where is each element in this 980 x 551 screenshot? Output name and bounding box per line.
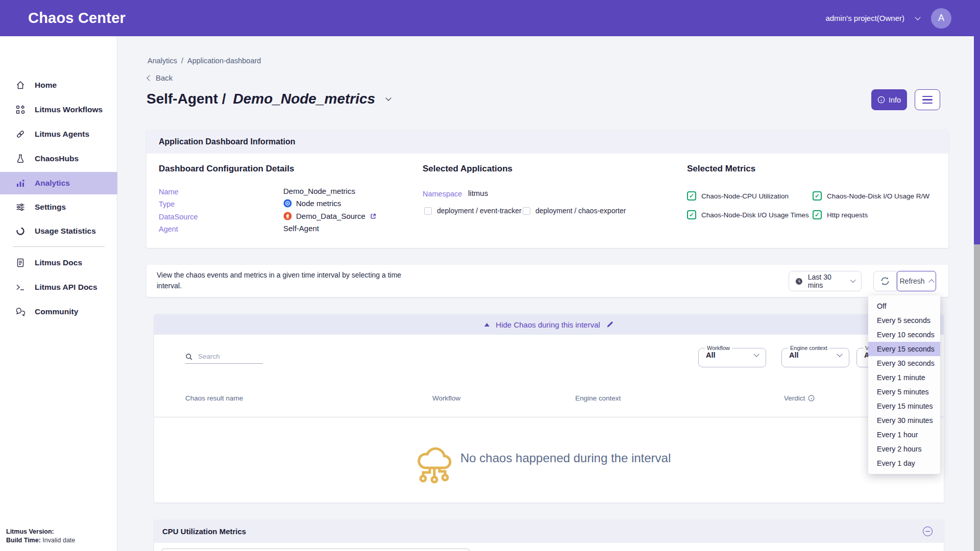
external-link-icon[interactable]	[370, 213, 377, 220]
hide-chaos-toggle[interactable]: Hide Chaos during this interval	[154, 314, 944, 335]
sidebar-item-home[interactable]: Home	[0, 74, 117, 96]
back-button[interactable]: Back	[148, 73, 173, 82]
sidebar-divider	[13, 246, 105, 247]
chevron-down-icon	[837, 351, 842, 357]
sidebar-item-community[interactable]: Community	[0, 300, 117, 323]
metric-checkbox-label: Chaos-Node-Disk I/O Usage Times	[701, 211, 809, 219]
refresh-interval-menu: Off Every 5 seconds Every 10 seconds Eve…	[868, 295, 940, 474]
refresh-option[interactable]: Every 1 hour	[868, 428, 940, 442]
search-field	[185, 352, 263, 364]
breadcrumb-separator: /	[181, 57, 183, 65]
sidebar-item-label: Analytics	[35, 179, 70, 188]
workflow-filter[interactable]: Workflow All	[698, 345, 766, 367]
sidebar-item-label: Home	[35, 81, 57, 90]
sidebar-item-analytics[interactable]: Analytics	[0, 172, 117, 194]
bar-chart-icon	[15, 178, 26, 188]
checkbox-checked[interactable]	[813, 191, 822, 201]
metric-checkbox-row: Http requests	[813, 210, 868, 219]
version-label: Litmus Version:	[6, 528, 54, 535]
title-dashboard-name: Demo_Node_metrics	[233, 91, 376, 107]
app-checkbox-label: deployment / chaos-exporter	[535, 207, 626, 215]
sidebar: Home Litmus Workflows Litmus Agents Chao…	[0, 36, 117, 551]
column-header-chaos-result: Chaos result name	[185, 394, 243, 402]
avatar[interactable]: A	[931, 8, 951, 29]
info-icon	[877, 96, 885, 104]
scrollbar-thumb[interactable]	[974, 36, 980, 244]
sidebar-item-litmus-docs[interactable]: Litmus Docs	[0, 252, 117, 274]
checkbox-unchecked[interactable]	[523, 207, 530, 215]
breadcrumb-current: Application-dashboard	[187, 57, 261, 65]
sidebar-item-litmus-agents[interactable]: Litmus Agents	[0, 123, 117, 145]
refresh-option[interactable]: Off	[868, 299, 940, 313]
workflows-icon	[15, 105, 26, 115]
type-value: Node metrics	[296, 199, 341, 208]
refresh-option[interactable]: Every 15 minutes	[868, 399, 940, 413]
sidebar-item-label: Community	[35, 307, 78, 316]
back-label: Back	[156, 73, 173, 82]
metric-checkbox-row: Chaos-Node-CPU Utilization	[687, 191, 789, 201]
refresh-option[interactable]: Every 30 seconds	[868, 356, 940, 370]
workflow-filter-value: All	[706, 351, 716, 359]
interval-description: View the chaos events and metrics in a g…	[157, 270, 401, 291]
sidebar-item-label: ChaosHubs	[35, 154, 79, 163]
sidebar-item-litmus-api-docs[interactable]: Litmus API Docs	[0, 276, 117, 298]
prometheus-icon	[283, 212, 292, 220]
build-value: Invalid date	[42, 537, 75, 544]
version-info: Litmus Version: Build Time: Invalid date	[6, 528, 75, 545]
refresh-now-button[interactable]	[873, 271, 897, 291]
namespace-value: litmus	[468, 189, 488, 197]
interval-description-line1: View the chaos events and metrics in a g…	[157, 270, 401, 281]
app-checkbox-label: deployment / event-tracker	[437, 207, 522, 215]
refresh-option[interactable]: Every 1 minute	[868, 370, 940, 385]
chaos-table-card: Hide Chaos during this interval Workflow…	[154, 314, 944, 503]
chaos-center-app: Chaos Center admin's project(Owner) A Ho…	[0, 0, 980, 551]
breadcrumb: Analytics / Application-dashboard	[148, 57, 261, 65]
chevron-down-icon[interactable]	[915, 14, 920, 20]
sidebar-item-usage-statistics[interactable]: Usage Statistics	[0, 220, 117, 242]
search-input[interactable]	[197, 352, 259, 361]
refresh-option[interactable]: Every 5 minutes	[868, 385, 940, 399]
checkbox-checked[interactable]	[813, 210, 822, 219]
project-selector[interactable]: admin's project(Owner)	[825, 14, 904, 22]
edit-icon[interactable]	[606, 321, 614, 328]
refresh-option[interactable]: Every 5 seconds	[868, 313, 940, 328]
engine-context-filter[interactable]: Engine context All	[781, 345, 849, 367]
checkbox-unchecked[interactable]	[424, 207, 432, 215]
scrollbar-track[interactable]	[974, 36, 980, 551]
info-icon[interactable]	[808, 395, 815, 402]
breadcrumb-analytics[interactable]: Analytics	[148, 57, 177, 65]
refresh-interval-button[interactable]: Refresh	[897, 271, 936, 291]
title-agent: Self-Agent /	[146, 91, 226, 107]
sidebar-item-settings[interactable]: Settings	[0, 196, 117, 218]
dashboard-info-card: Application Dashboard Information Dashbo…	[146, 130, 948, 248]
namespace-label: Namespace	[423, 190, 462, 198]
dashboard-menu-button[interactable]	[915, 89, 940, 110]
agent-label: Agent	[159, 225, 178, 233]
app-title: Chaos Center	[28, 10, 126, 27]
home-icon	[15, 80, 26, 90]
refresh-option[interactable]: Every 1 day	[868, 456, 940, 470]
sidebar-item-chaoshubs[interactable]: ChaosHubs	[0, 147, 117, 170]
checkbox-checked[interactable]	[687, 210, 696, 219]
column-header-workflow: Workflow	[432, 394, 460, 402]
refresh-option[interactable]: Every 2 hours	[868, 442, 940, 456]
link-icon	[15, 129, 26, 139]
info-button-label: Info	[889, 96, 901, 104]
datasource-value: Demo_Data_Source	[296, 212, 365, 220]
cpu-metrics-card: CPU Utilization Metrics	[154, 520, 944, 551]
collapse-icon[interactable]	[923, 527, 933, 536]
info-button[interactable]: Info	[871, 89, 907, 110]
refresh-option[interactable]: Every 10 seconds	[868, 328, 940, 342]
verdict-header-label: Verdict	[784, 394, 805, 402]
title-dropdown-icon[interactable]	[385, 95, 391, 101]
info-card-title: Application Dashboard Information	[159, 137, 296, 146]
refresh-option-selected[interactable]: Every 15 seconds	[868, 342, 940, 356]
checkbox-checked[interactable]	[687, 191, 696, 201]
sidebar-item-litmus-workflows[interactable]: Litmus Workflows	[0, 98, 117, 121]
triangle-up-icon	[484, 323, 489, 327]
document-icon	[15, 258, 26, 268]
build-label: Build Time:	[6, 537, 41, 544]
refresh-option[interactable]: Every 30 minutes	[868, 413, 940, 428]
engine-context-filter-label: Engine context	[790, 345, 827, 351]
time-range-selector[interactable]: Last 30 mins	[789, 271, 862, 291]
